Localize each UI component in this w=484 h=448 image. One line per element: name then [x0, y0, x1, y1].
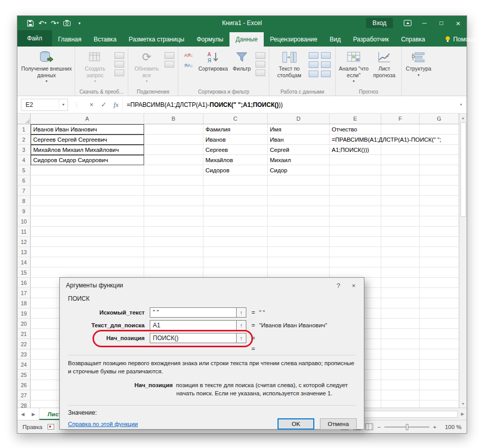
- cell-C8[interactable]: [203, 196, 268, 206]
- dialog-help-button[interactable]: ?: [332, 280, 344, 290]
- cell-G24[interactable]: [420, 360, 459, 370]
- cell-G4[interactable]: [420, 155, 459, 165]
- row-header-22[interactable]: 22: [17, 339, 31, 349]
- close-button[interactable]: ×: [450, 16, 467, 30]
- enter-entry-button[interactable]: ✓: [98, 99, 110, 111]
- cell-F18[interactable]: [381, 298, 420, 308]
- cell-C15[interactable]: [203, 267, 268, 278]
- row-header-17[interactable]: 17: [17, 288, 31, 298]
- remove-duplicates-icon[interactable]: [309, 61, 318, 68]
- tab-view[interactable]: Вид: [324, 32, 347, 47]
- row-header-25[interactable]: 25: [17, 370, 31, 380]
- row-header-2[interactable]: 2: [17, 135, 31, 145]
- cell-B8[interactable]: [144, 196, 203, 206]
- cell-F7[interactable]: [381, 186, 420, 196]
- cell-F9[interactable]: [381, 206, 420, 216]
- cell-B6[interactable]: [144, 175, 203, 186]
- cell-G11[interactable]: [420, 227, 459, 237]
- ok-button[interactable]: OK: [278, 418, 314, 430]
- cell-F5[interactable]: [381, 165, 420, 175]
- cell-G23[interactable]: [420, 349, 459, 360]
- expand-formula-bar-button[interactable]: ▾: [456, 102, 466, 107]
- row-header-19[interactable]: 19: [17, 308, 31, 319]
- cell-F8[interactable]: [381, 196, 420, 206]
- argument-input-2[interactable]: A1: [150, 320, 237, 330]
- row-header-13[interactable]: 13: [17, 247, 31, 257]
- sort-button[interactable]: АЯ Сортировка: [197, 48, 229, 72]
- cell-C14[interactable]: [203, 257, 268, 267]
- cell-F20[interactable]: [381, 319, 420, 329]
- cell-A12[interactable]: [31, 237, 144, 247]
- tab-help[interactable]: Справка: [395, 32, 431, 47]
- column-header-G[interactable]: G: [420, 114, 459, 124]
- select-all-corner[interactable]: [17, 114, 31, 124]
- cell-G16[interactable]: [420, 278, 459, 288]
- column-header-F[interactable]: F: [381, 114, 420, 124]
- row-header-20[interactable]: 20: [17, 319, 31, 329]
- cell-D13[interactable]: [268, 247, 330, 257]
- cell-D1[interactable]: Имя: [268, 124, 330, 135]
- data-validation-icon[interactable]: [309, 71, 318, 77]
- consolidate-icon[interactable]: [321, 52, 331, 59]
- cell-B13[interactable]: [144, 247, 203, 257]
- cell-F26[interactable]: [381, 380, 420, 390]
- tab-review[interactable]: Рецензирование: [264, 32, 324, 47]
- row-header-10[interactable]: 10: [17, 216, 31, 227]
- cell-F22[interactable]: [381, 339, 420, 349]
- cell-A2[interactable]: Сергеев Сергей Сергеевич: [31, 135, 144, 145]
- cell-E11[interactable]: [330, 227, 381, 237]
- collapse-dialog-button[interactable]: ↑: [237, 307, 246, 318]
- column-header-A[interactable]: A: [31, 114, 144, 124]
- properties-icon[interactable]: [165, 52, 174, 59]
- cell-E9[interactable]: [330, 206, 381, 216]
- row-header-24[interactable]: 24: [17, 360, 31, 370]
- cell-B15[interactable]: [144, 267, 203, 278]
- tab-page-layout[interactable]: Разметка страницы: [123, 32, 191, 47]
- minimize-button[interactable]: ─: [416, 16, 433, 30]
- cell-E4[interactable]: [330, 155, 381, 165]
- refresh-all-button[interactable]: ⟳ Обновить все ▾: [130, 48, 163, 83]
- column-header-D[interactable]: D: [268, 114, 330, 124]
- row-header-26[interactable]: 26: [17, 380, 31, 390]
- cell-G9[interactable]: [420, 206, 459, 216]
- cell-G5[interactable]: [420, 165, 459, 175]
- cell-E12[interactable]: [330, 237, 381, 247]
- cell-E13[interactable]: [330, 247, 381, 257]
- cell-G20[interactable]: [420, 319, 459, 329]
- vertical-scroll-thumb[interactable]: [460, 122, 466, 217]
- row-header-8[interactable]: 8: [17, 196, 31, 206]
- cell-A5[interactable]: [31, 165, 144, 175]
- argument-input-3[interactable]: ПОИСК(): [150, 333, 237, 343]
- vertical-scrollbar[interactable]: ▲ ▼: [459, 114, 467, 408]
- cell-A13[interactable]: [31, 247, 144, 257]
- sheet-nav-left-icon[interactable]: ◀: [17, 408, 28, 420]
- cell-F15[interactable]: [381, 267, 420, 278]
- cell-C2[interactable]: Иванов: [203, 135, 268, 145]
- tab-formulas[interactable]: Формулы: [191, 32, 229, 47]
- cell-E8[interactable]: [330, 196, 381, 206]
- cell-E5[interactable]: [330, 165, 381, 175]
- cell-G10[interactable]: [420, 216, 459, 227]
- cell-B7[interactable]: [144, 186, 203, 196]
- cell-G7[interactable]: [420, 186, 459, 196]
- cell-G25[interactable]: [420, 370, 459, 380]
- cell-G19[interactable]: [420, 308, 459, 319]
- tell-me-button[interactable]: Помощь: [439, 32, 483, 47]
- cell-C9[interactable]: [203, 206, 268, 216]
- tab-home[interactable]: Главная: [52, 32, 88, 47]
- ribbon-display-options-button[interactable]: [399, 16, 416, 30]
- cell-G8[interactable]: [420, 196, 459, 206]
- cell-F25[interactable]: [381, 370, 420, 380]
- cell-F13[interactable]: [381, 247, 420, 257]
- cell-F17[interactable]: [381, 288, 420, 298]
- cell-D11[interactable]: [268, 227, 330, 237]
- cell-G3[interactable]: [420, 145, 459, 155]
- cell-F23[interactable]: [381, 349, 420, 360]
- filter-button[interactable]: Фильтр: [229, 48, 254, 72]
- cell-G18[interactable]: [420, 298, 459, 308]
- row-header-6[interactable]: 6: [17, 175, 31, 186]
- cell-A14[interactable]: [31, 257, 144, 267]
- cell-E10[interactable]: [330, 216, 381, 227]
- cell-G21[interactable]: [420, 329, 459, 339]
- cell-B3[interactable]: [144, 145, 203, 155]
